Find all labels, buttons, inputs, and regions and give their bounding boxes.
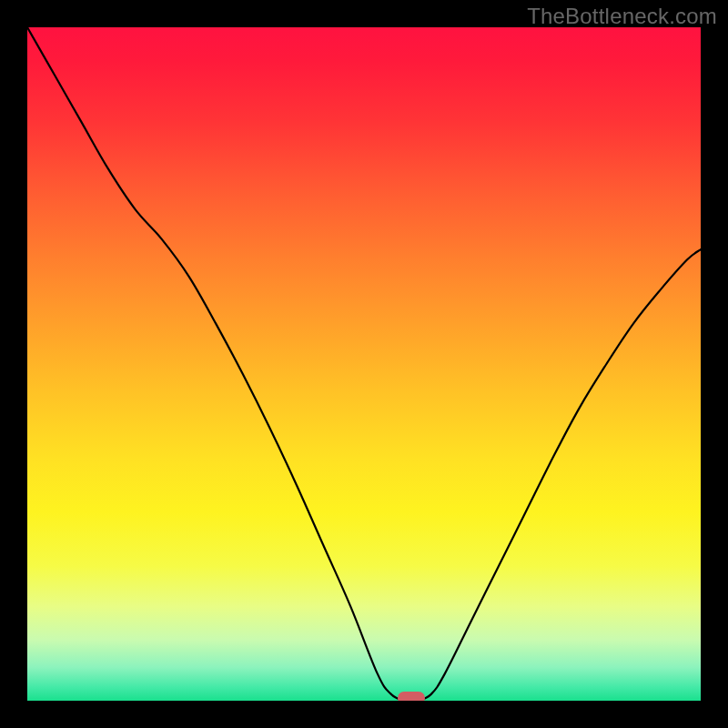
optimal-marker	[398, 692, 425, 701]
chart-frame: TheBottleneck.com	[0, 0, 728, 728]
plot-area	[27, 27, 701, 701]
watermark-text: TheBottleneck.com	[527, 4, 717, 29]
bottleneck-curve	[27, 27, 701, 701]
